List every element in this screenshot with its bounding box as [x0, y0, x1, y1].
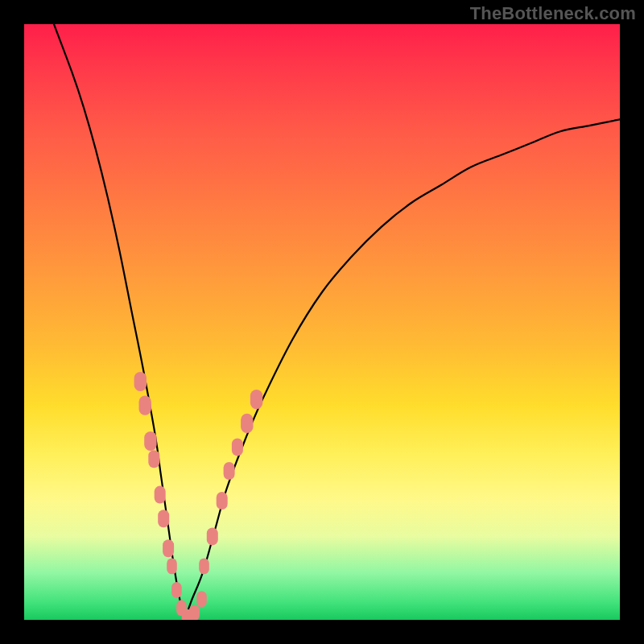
- data-marker: [224, 462, 235, 480]
- data-marker: [189, 605, 200, 620]
- data-marker: [158, 510, 169, 527]
- data-marker: [139, 396, 151, 415]
- chart-svg: [24, 24, 620, 620]
- chart-frame: TheBottleneck.com: [0, 0, 644, 644]
- data-marker: [155, 486, 166, 504]
- curve-right-branch: [185, 119, 620, 620]
- data-marker: [134, 372, 147, 391]
- watermark-text: TheBottleneck.com: [470, 3, 636, 24]
- data-marker: [241, 414, 253, 433]
- data-marker: [207, 527, 218, 545]
- data-marker: [167, 559, 177, 575]
- data-marker: [250, 390, 262, 409]
- data-marker: [232, 438, 243, 456]
- data-marker: [171, 582, 182, 598]
- data-marker: [144, 431, 156, 451]
- data-marker: [217, 492, 228, 510]
- data-marker: [199, 559, 209, 575]
- data-marker: [148, 450, 159, 468]
- data-marker: [196, 591, 207, 607]
- curve-left-branch: [54, 24, 185, 620]
- plot-area: [24, 24, 620, 620]
- data-marker: [163, 539, 174, 557]
